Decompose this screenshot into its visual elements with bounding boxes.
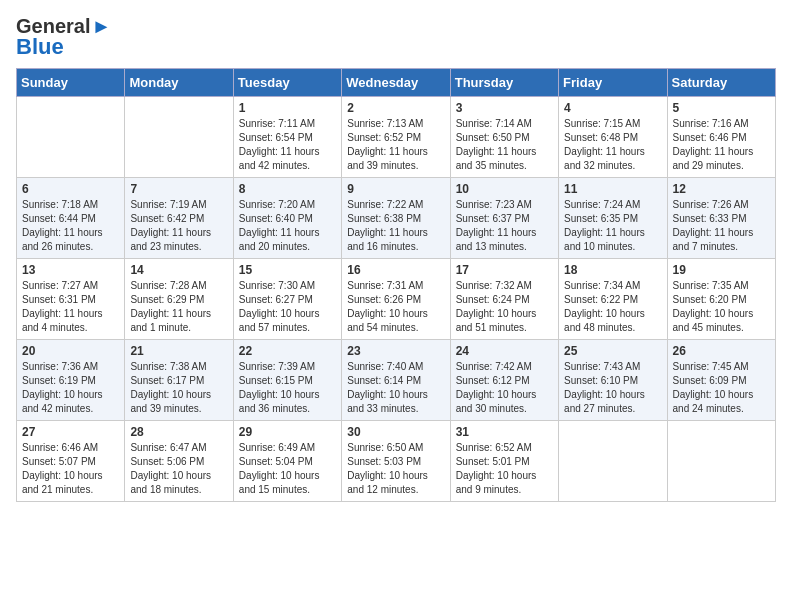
day-number: 29 (239, 425, 336, 439)
calendar-cell: 8Sunrise: 7:20 AM Sunset: 6:40 PM Daylig… (233, 178, 341, 259)
weekday-header: Sunday (17, 69, 125, 97)
day-info: Sunrise: 7:27 AM Sunset: 6:31 PM Dayligh… (22, 279, 119, 335)
day-number: 25 (564, 344, 661, 358)
day-info: Sunrise: 6:49 AM Sunset: 5:04 PM Dayligh… (239, 441, 336, 497)
weekday-header: Saturday (667, 69, 775, 97)
day-info: Sunrise: 7:22 AM Sunset: 6:38 PM Dayligh… (347, 198, 444, 254)
day-number: 30 (347, 425, 444, 439)
calendar-cell: 3Sunrise: 7:14 AM Sunset: 6:50 PM Daylig… (450, 97, 558, 178)
day-number: 9 (347, 182, 444, 196)
weekday-header: Thursday (450, 69, 558, 97)
day-info: Sunrise: 7:30 AM Sunset: 6:27 PM Dayligh… (239, 279, 336, 335)
calendar-cell: 14Sunrise: 7:28 AM Sunset: 6:29 PM Dayli… (125, 259, 233, 340)
day-number: 31 (456, 425, 553, 439)
day-info: Sunrise: 6:47 AM Sunset: 5:06 PM Dayligh… (130, 441, 227, 497)
calendar-cell: 4Sunrise: 7:15 AM Sunset: 6:48 PM Daylig… (559, 97, 667, 178)
day-number: 15 (239, 263, 336, 277)
calendar-week-row: 6Sunrise: 7:18 AM Sunset: 6:44 PM Daylig… (17, 178, 776, 259)
calendar-cell: 22Sunrise: 7:39 AM Sunset: 6:15 PM Dayli… (233, 340, 341, 421)
calendar-cell: 18Sunrise: 7:34 AM Sunset: 6:22 PM Dayli… (559, 259, 667, 340)
day-info: Sunrise: 7:26 AM Sunset: 6:33 PM Dayligh… (673, 198, 770, 254)
day-number: 23 (347, 344, 444, 358)
day-number: 11 (564, 182, 661, 196)
day-info: Sunrise: 7:18 AM Sunset: 6:44 PM Dayligh… (22, 198, 119, 254)
day-number: 26 (673, 344, 770, 358)
calendar-cell (559, 421, 667, 502)
calendar-cell: 31Sunrise: 6:52 AM Sunset: 5:01 PM Dayli… (450, 421, 558, 502)
calendar-cell: 21Sunrise: 7:38 AM Sunset: 6:17 PM Dayli… (125, 340, 233, 421)
calendar-table: SundayMondayTuesdayWednesdayThursdayFrid… (16, 68, 776, 502)
day-info: Sunrise: 7:11 AM Sunset: 6:54 PM Dayligh… (239, 117, 336, 173)
calendar-cell: 24Sunrise: 7:42 AM Sunset: 6:12 PM Dayli… (450, 340, 558, 421)
calendar-cell: 16Sunrise: 7:31 AM Sunset: 6:26 PM Dayli… (342, 259, 450, 340)
day-info: Sunrise: 7:24 AM Sunset: 6:35 PM Dayligh… (564, 198, 661, 254)
day-number: 24 (456, 344, 553, 358)
calendar-cell: 1Sunrise: 7:11 AM Sunset: 6:54 PM Daylig… (233, 97, 341, 178)
calendar-cell: 2Sunrise: 7:13 AM Sunset: 6:52 PM Daylig… (342, 97, 450, 178)
day-number: 12 (673, 182, 770, 196)
calendar-cell: 7Sunrise: 7:19 AM Sunset: 6:42 PM Daylig… (125, 178, 233, 259)
day-number: 2 (347, 101, 444, 115)
calendar-cell: 11Sunrise: 7:24 AM Sunset: 6:35 PM Dayli… (559, 178, 667, 259)
day-info: Sunrise: 7:39 AM Sunset: 6:15 PM Dayligh… (239, 360, 336, 416)
calendar-week-row: 1Sunrise: 7:11 AM Sunset: 6:54 PM Daylig… (17, 97, 776, 178)
day-number: 8 (239, 182, 336, 196)
calendar-week-row: 27Sunrise: 6:46 AM Sunset: 5:07 PM Dayli… (17, 421, 776, 502)
day-info: Sunrise: 7:15 AM Sunset: 6:48 PM Dayligh… (564, 117, 661, 173)
calendar-week-row: 20Sunrise: 7:36 AM Sunset: 6:19 PM Dayli… (17, 340, 776, 421)
day-number: 7 (130, 182, 227, 196)
logo-arrow: ► (91, 16, 111, 36)
day-info: Sunrise: 7:36 AM Sunset: 6:19 PM Dayligh… (22, 360, 119, 416)
day-number: 18 (564, 263, 661, 277)
calendar-cell: 25Sunrise: 7:43 AM Sunset: 6:10 PM Dayli… (559, 340, 667, 421)
day-info: Sunrise: 7:31 AM Sunset: 6:26 PM Dayligh… (347, 279, 444, 335)
day-number: 22 (239, 344, 336, 358)
day-number: 6 (22, 182, 119, 196)
logo: General► Blue (16, 16, 111, 58)
calendar-cell: 19Sunrise: 7:35 AM Sunset: 6:20 PM Dayli… (667, 259, 775, 340)
calendar-cell: 6Sunrise: 7:18 AM Sunset: 6:44 PM Daylig… (17, 178, 125, 259)
calendar-cell (17, 97, 125, 178)
header-row: SundayMondayTuesdayWednesdayThursdayFrid… (17, 69, 776, 97)
calendar-cell: 30Sunrise: 6:50 AM Sunset: 5:03 PM Dayli… (342, 421, 450, 502)
page-header: General► Blue (16, 16, 776, 58)
day-number: 27 (22, 425, 119, 439)
calendar-cell: 10Sunrise: 7:23 AM Sunset: 6:37 PM Dayli… (450, 178, 558, 259)
day-info: Sunrise: 7:42 AM Sunset: 6:12 PM Dayligh… (456, 360, 553, 416)
day-number: 16 (347, 263, 444, 277)
weekday-header: Tuesday (233, 69, 341, 97)
day-info: Sunrise: 7:23 AM Sunset: 6:37 PM Dayligh… (456, 198, 553, 254)
calendar-cell: 15Sunrise: 7:30 AM Sunset: 6:27 PM Dayli… (233, 259, 341, 340)
day-info: Sunrise: 7:16 AM Sunset: 6:46 PM Dayligh… (673, 117, 770, 173)
day-number: 3 (456, 101, 553, 115)
day-info: Sunrise: 7:13 AM Sunset: 6:52 PM Dayligh… (347, 117, 444, 173)
day-number: 5 (673, 101, 770, 115)
day-number: 17 (456, 263, 553, 277)
calendar-cell: 28Sunrise: 6:47 AM Sunset: 5:06 PM Dayli… (125, 421, 233, 502)
day-info: Sunrise: 7:43 AM Sunset: 6:10 PM Dayligh… (564, 360, 661, 416)
day-number: 19 (673, 263, 770, 277)
day-number: 20 (22, 344, 119, 358)
logo-general-text: General (16, 16, 90, 36)
calendar-cell: 13Sunrise: 7:27 AM Sunset: 6:31 PM Dayli… (17, 259, 125, 340)
day-info: Sunrise: 6:46 AM Sunset: 5:07 PM Dayligh… (22, 441, 119, 497)
calendar-cell: 17Sunrise: 7:32 AM Sunset: 6:24 PM Dayli… (450, 259, 558, 340)
calendar-cell (125, 97, 233, 178)
day-info: Sunrise: 7:20 AM Sunset: 6:40 PM Dayligh… (239, 198, 336, 254)
day-info: Sunrise: 6:50 AM Sunset: 5:03 PM Dayligh… (347, 441, 444, 497)
calendar-cell: 26Sunrise: 7:45 AM Sunset: 6:09 PM Dayli… (667, 340, 775, 421)
day-info: Sunrise: 7:32 AM Sunset: 6:24 PM Dayligh… (456, 279, 553, 335)
day-number: 14 (130, 263, 227, 277)
day-info: Sunrise: 7:14 AM Sunset: 6:50 PM Dayligh… (456, 117, 553, 173)
calendar-cell: 27Sunrise: 6:46 AM Sunset: 5:07 PM Dayli… (17, 421, 125, 502)
day-number: 21 (130, 344, 227, 358)
logo-blue-label: Blue (16, 34, 64, 59)
calendar-cell (667, 421, 775, 502)
day-number: 10 (456, 182, 553, 196)
day-info: Sunrise: 7:35 AM Sunset: 6:20 PM Dayligh… (673, 279, 770, 335)
day-number: 1 (239, 101, 336, 115)
calendar-cell: 20Sunrise: 7:36 AM Sunset: 6:19 PM Dayli… (17, 340, 125, 421)
weekday-header: Wednesday (342, 69, 450, 97)
day-number: 13 (22, 263, 119, 277)
calendar-cell: 12Sunrise: 7:26 AM Sunset: 6:33 PM Dayli… (667, 178, 775, 259)
